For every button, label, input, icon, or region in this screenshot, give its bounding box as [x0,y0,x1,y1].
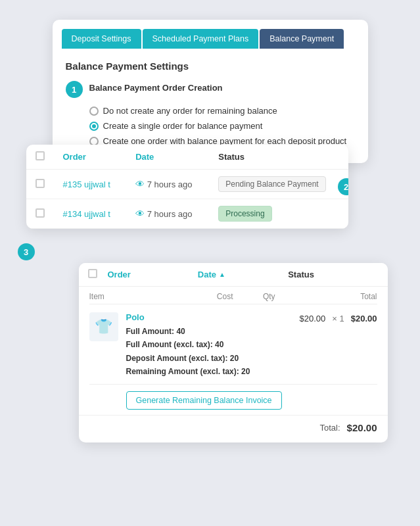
radio-group: Do not create any order for remaining ba… [66,106,355,146]
tab-deposit[interactable]: Deposit Settings [62,29,141,49]
col-item: Item [89,292,162,301]
status-badge-processing: Processing [218,206,271,222]
product-thumbnail: 👕 [89,312,118,341]
product-info: Polo Full Amount: 40 Full Amount (excl. … [126,312,292,379]
invoice-detail-card: Order Date ▲ Status Item Cost Qty Total … [79,263,388,442]
generate-btn-row: Generate Remaining Balance Invoice [89,385,377,412]
full-amount-label: Full Amount: [126,327,175,336]
eye-icon-2[interactable]: 👁 [135,208,145,219]
product-cost: $20.00 [300,314,326,323]
table-row: #134 ujjwal t 👁 7 hours ago Processing [26,199,348,229]
col-cost: Cost [161,292,233,301]
sth-status-label: Status [288,270,378,279]
row-2-date: 7 hours ago [147,209,193,219]
step-1-badge: 1 [66,81,83,98]
sth-order-label: Order [108,270,198,279]
status-badge-pending: Pending Balance Payment [218,176,325,192]
total-row: Total: $20.00 [79,415,388,442]
col-status: Status [209,145,348,170]
radio-label-1: Do not create any order for remaining ba… [103,106,277,116]
remaining-excl-label: Remaining Amount (excl. tax): [126,367,239,376]
settings-title: Balance Payment Settings [66,60,355,72]
radio-circle-1 [89,107,99,116]
col-date: Date [126,145,209,170]
header-checkbox[interactable] [88,269,97,278]
col-total: Total [305,292,377,301]
step-3-badge: 3 [18,243,35,260]
item-columns-header: Item Cost Qty Total [89,287,377,304]
order-table: Order Date Status #135 ujjwal t 👁 7 hour… [26,145,348,229]
full-amount-excl-label: Full Amount (excl. tax): [126,340,213,349]
row-2-checkbox[interactable] [35,208,45,218]
balance-payment-card: Deposit Settings Scheduled Payment Plans… [53,20,368,163]
generate-invoice-button[interactable]: Generate Remaining Balance Invoice [126,391,282,410]
product-meta: Full Amount: 40 Full Amount (excl. tax):… [126,325,292,379]
tabs-container: Deposit Settings Scheduled Payment Plans… [53,20,368,49]
total-label: Total: [320,423,340,433]
second-table-header: Order Date ▲ Status [79,263,388,287]
col-order: Order [54,145,127,170]
order-link-135[interactable]: #135 ujjwal t [63,179,110,189]
product-price-col: $20.00 × 1 $20.00 [300,312,377,323]
row-1-checkbox[interactable] [35,179,45,188]
tab-balance[interactable]: Balance Payment [260,29,344,49]
sort-asc-icon: ▲ [219,271,225,278]
sth-date-label[interactable]: Date ▲ [198,270,288,279]
radio-option-1[interactable]: Do not create any order for remaining ba… [89,106,355,116]
order-table-card: Order Date Status #135 ujjwal t 👁 7 hour… [26,145,348,229]
select-all-checkbox[interactable] [35,151,45,160]
col-qty: Qty [233,292,306,301]
deposit-excl-label: Deposit Amount (excl. tax): [126,354,228,363]
row-1-date: 7 hours ago [147,179,193,189]
eye-icon-1[interactable]: 👁 [135,179,145,189]
table-row: #135 ujjwal t 👁 7 hours ago Pending Bala… [26,170,348,199]
radio-option-2[interactable]: Create a single order for balance paymen… [89,121,355,131]
order-link-134[interactable]: #134 ujjwal t [63,209,110,219]
tab-scheduled[interactable]: Scheduled Payment Plans [143,29,259,49]
step-1-label: Balance Payment Order Creation [89,81,223,93]
radio-label-2: Create a single order for balance paymen… [103,121,263,131]
radio-circle-2 [89,122,99,131]
product-row: 👕 Polo Full Amount: 40 Full Amount (excl… [89,304,377,385]
item-section: Item Cost Qty Total 👕 Polo Full Amount: … [79,287,388,412]
total-value: $20.00 [347,422,377,433]
product-total: $20.00 [351,314,377,323]
product-qty: × 1 [332,314,344,323]
product-link[interactable]: Polo [126,312,145,322]
